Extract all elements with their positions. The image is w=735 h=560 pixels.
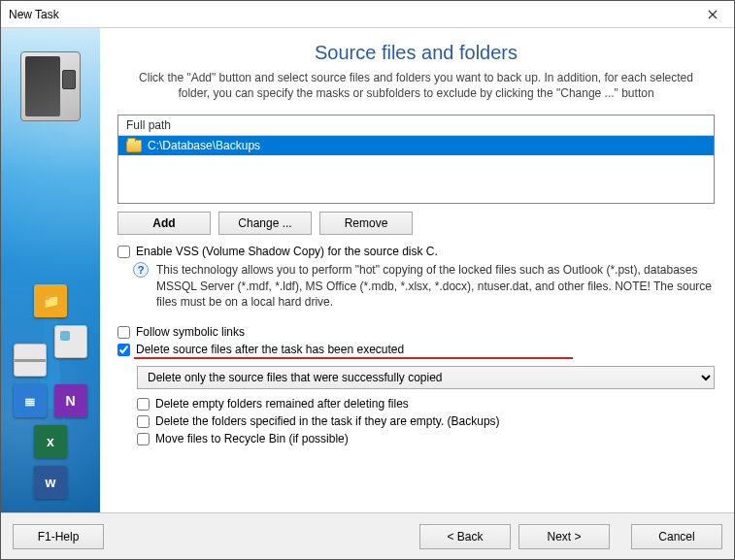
folder-share-icon: 📁 (34, 284, 67, 317)
word-icon: w (34, 466, 67, 499)
safe-icon (20, 51, 81, 121)
remove-button[interactable]: Remove (319, 212, 413, 235)
wizard-sidebar-graphic: 📁 ≣ N x w (1, 28, 100, 512)
next-button[interactable]: Next > (518, 524, 610, 549)
page-intro: Click the "Add" button and select source… (125, 70, 708, 101)
titlebar: New Task (1, 1, 734, 28)
wizard-button-bar: F1-Help < Back Next > Cancel (1, 512, 734, 560)
wizard-content: Source files and folders Click the "Add"… (100, 28, 734, 512)
source-row[interactable]: C:\Database\Backups (118, 136, 714, 155)
source-list[interactable]: Full path C:\Database\Backups (117, 115, 715, 204)
folder-icon (126, 140, 142, 152)
cancel-button[interactable]: Cancel (631, 524, 722, 549)
window-title: New Task (9, 8, 691, 21)
dialog-body: 📁 ≣ N x w Source files and folders Click… (1, 28, 734, 512)
vss-info-text: This technology allows you to perform "h… (156, 262, 715, 310)
symbolic-checkbox-row[interactable]: Follow symbolic links (117, 325, 715, 339)
excel-icon: x (34, 425, 67, 458)
change-button[interactable]: Change ... (218, 212, 312, 235)
delete-source-checkbox-row[interactable]: Delete source files after the task has b… (117, 343, 715, 356)
recycle-bin-row[interactable]: Move files to Recycle Bin (if possible) (137, 432, 715, 445)
recycle-bin-checkbox[interactable] (137, 433, 150, 445)
onenote-icon: N (54, 384, 87, 417)
vss-checkbox[interactable] (117, 246, 130, 258)
delete-source-label: Delete source files after the task has b… (136, 343, 404, 356)
delete-specified-folders-checkbox[interactable] (137, 415, 150, 428)
delete-empty-folders-row[interactable]: Delete empty folders remained after dele… (137, 397, 715, 411)
document-icon (14, 344, 47, 377)
vss-checkbox-row[interactable]: Enable VSS (Volume Shadow Copy) for the … (117, 245, 715, 258)
vss-info: ? This technology allows you to perform … (133, 262, 715, 310)
back-button[interactable]: < Back (419, 524, 511, 549)
delete-specified-folders-label: Delete the folders specified in the task… (155, 414, 500, 428)
contact-card-icon: ≣ (14, 384, 47, 417)
info-icon: ? (133, 262, 149, 278)
delete-source-checkbox[interactable] (117, 344, 130, 356)
source-path: C:\Database\Backups (148, 139, 260, 152)
delete-specified-folders-row[interactable]: Delete the folders specified in the task… (137, 414, 715, 428)
source-list-header: Full path (118, 115, 714, 136)
close-button[interactable] (691, 1, 734, 28)
picture-icon (54, 325, 87, 358)
help-button[interactable]: F1-Help (13, 524, 104, 549)
delete-options-group: Delete only the source files that were s… (137, 366, 715, 445)
symbolic-label: Follow symbolic links (136, 325, 245, 339)
add-button[interactable]: Add (117, 212, 211, 235)
page-title: Source files and folders (117, 42, 715, 64)
symbolic-checkbox[interactable] (117, 326, 130, 339)
delete-empty-folders-checkbox[interactable] (137, 398, 150, 411)
close-icon (708, 10, 718, 19)
source-buttons-row: Add Change ... Remove (117, 212, 715, 235)
recycle-bin-label: Move files to Recycle Bin (if possible) (155, 432, 349, 445)
delete-empty-folders-label: Delete empty folders remained after dele… (155, 397, 409, 411)
delete-mode-select[interactable]: Delete only the source files that were s… (137, 366, 715, 389)
vss-label: Enable VSS (Volume Shadow Copy) for the … (136, 245, 438, 258)
